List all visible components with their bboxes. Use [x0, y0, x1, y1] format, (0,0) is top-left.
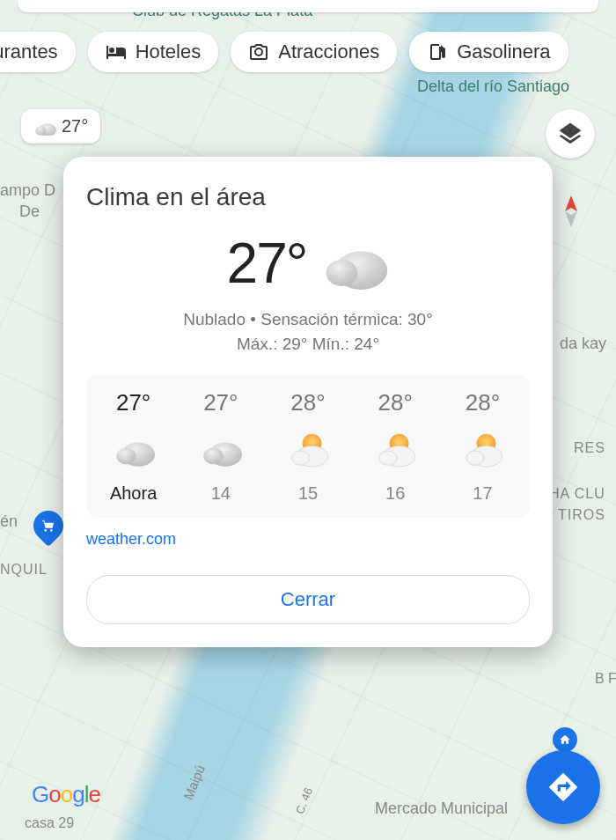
- weather-attribution-link[interactable]: weather.com: [86, 530, 530, 549]
- map-label-mercado: Mercado Municipal: [375, 799, 508, 818]
- forecast-time: 15: [298, 483, 318, 504]
- cloud-icon: [200, 432, 242, 468]
- search-bar[interactable]: [18, 0, 598, 12]
- map-label-maipu: Maipú: [180, 763, 208, 801]
- bed-icon: [106, 41, 127, 63]
- map-label-en: én: [0, 512, 18, 531]
- forecast-time: Ahora: [110, 483, 157, 504]
- forecast-item: 28° 15: [264, 389, 351, 504]
- map-label-nquil: NQUIL: [0, 562, 48, 578]
- weather-badge-temp: 27°: [62, 116, 88, 136]
- compass-icon[interactable]: [558, 194, 584, 229]
- forecast-temp: 28°: [378, 389, 413, 416]
- google-logo: Google: [32, 781, 100, 808]
- map-label-de: De: [19, 203, 40, 221]
- home-icon: [559, 733, 571, 746]
- forecast-temp: 27°: [116, 389, 150, 416]
- cloud-icon: [319, 237, 389, 290]
- forecast-time: 14: [211, 483, 231, 504]
- forecast-temp: 28°: [290, 389, 325, 416]
- chip-hotels[interactable]: Hoteles: [88, 32, 219, 72]
- category-chips: aurantes Hoteles Atracciones Gasolinera: [0, 32, 616, 72]
- chip-label: aurantes: [0, 41, 58, 63]
- forecast-item: 28° 16: [352, 389, 439, 504]
- modal-title: Clima en el área: [86, 183, 530, 211]
- forecast-item: 27° Ahora: [90, 389, 177, 504]
- weather-modal: Clima en el área 27° Nublado • Sensación…: [63, 157, 553, 647]
- map-label-tiros: TIROS: [558, 507, 605, 523]
- map-label-delta: Delta del río Santiago: [417, 77, 569, 96]
- map-label-c46: C. 46: [293, 785, 316, 815]
- map-label-casa29: casa 29: [25, 815, 74, 831]
- forecast-item: 28° 17: [439, 389, 526, 504]
- cloud-icon: [33, 118, 56, 136]
- forecast-item: 27° 14: [177, 389, 264, 504]
- partly-cloudy-icon: [461, 432, 503, 468]
- hourly-forecast[interactable]: 27° Ahora 27° 14 28° 15 28° 16 28° 17: [86, 375, 530, 518]
- forecast-temp: 27°: [203, 389, 238, 416]
- chip-attractions[interactable]: Atracciones: [231, 32, 397, 72]
- layers-button[interactable]: [546, 109, 595, 158]
- camera-icon: [248, 41, 269, 63]
- feels-like: Sensación térmica: 30°: [260, 310, 433, 328]
- condition-line: Nublado • Sensación térmica: 30°: [86, 310, 530, 329]
- map-label-haclub: HA CLU: [549, 486, 605, 502]
- layers-icon: [557, 121, 583, 147]
- current-weather: 27°: [86, 231, 530, 296]
- chip-label: Hoteles: [136, 41, 202, 63]
- map-label-res: RES: [574, 440, 605, 456]
- svg-marker-6: [565, 211, 577, 227]
- chip-gas[interactable]: Gasolinera: [409, 32, 568, 72]
- chip-label: Gasolinera: [457, 41, 550, 63]
- poi-pin-home[interactable]: [553, 727, 577, 752]
- chip-restaurants[interactable]: aurantes: [0, 32, 76, 72]
- forecast-time: 16: [385, 483, 405, 504]
- cart-icon: [41, 519, 55, 533]
- condition-text: Nublado: [183, 310, 246, 328]
- directions-fab[interactable]: [526, 750, 600, 824]
- map-label-ampoD: ampo D: [0, 181, 55, 200]
- hi-lo-line: Máx.: 29° Mín.: 24°: [86, 335, 530, 354]
- map-label-bf: B F: [595, 671, 616, 687]
- partly-cloudy-icon: [374, 432, 416, 468]
- forecast-temp: 28°: [466, 389, 500, 416]
- directions-icon: [546, 770, 580, 804]
- chip-label: Atracciones: [278, 41, 379, 63]
- svg-marker-5: [565, 195, 577, 211]
- close-button[interactable]: Cerrar: [86, 575, 530, 624]
- cloud-icon: [113, 432, 155, 468]
- forecast-time: 17: [473, 483, 492, 504]
- weather-badge[interactable]: 27°: [21, 109, 100, 144]
- current-temp: 27°: [227, 231, 307, 296]
- partly-cloudy-icon: [287, 432, 329, 468]
- map-label-kay: da kay: [560, 335, 606, 353]
- gas-icon: [427, 41, 448, 63]
